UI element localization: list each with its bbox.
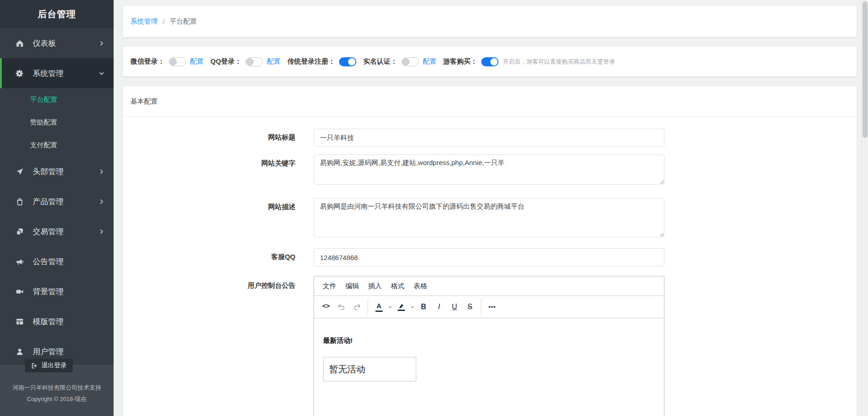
video-icon <box>15 287 24 296</box>
legacy-register-group: 传统登录注册： <box>287 57 356 66</box>
qq-config-link[interactable]: 配置 <box>267 57 280 66</box>
form-row-console-announcement: 用户控制台公告 文件 编辑 插入 格式 表格 <> <box>123 276 857 416</box>
logout-button[interactable]: 退出登录 <box>25 359 73 372</box>
sidebar-item-label: 产品管理 <box>33 196 64 207</box>
strikethrough-icon[interactable]: S <box>462 299 478 315</box>
toolbar-divider <box>368 299 368 315</box>
wechat-login-toggle[interactable] <box>169 57 186 66</box>
realname-auth-toggle[interactable] <box>401 57 419 66</box>
site-keywords-label: 网站关键字 <box>123 155 295 186</box>
qq-login-toggle[interactable] <box>245 57 263 66</box>
sidebar: 后台管理 仪表板 系统管理 平台配置 赞助配置 支付配置 头部管理 <box>0 0 114 416</box>
breadcrumb-link-system[interactable]: 系统管理 <box>130 17 158 26</box>
basic-config-card: 基本配置 网站标题 网站关键字 易购网,安妮,源码网,易支付,建站,wordpr… <box>123 86 857 416</box>
editor-menu-file[interactable]: 文件 <box>318 280 341 293</box>
shopping-bag-icon <box>15 197 24 206</box>
editor-menubar: 文件 编辑 插入 格式 表格 <box>314 276 664 296</box>
sidebar-item-label: 仪表板 <box>33 38 56 49</box>
legacy-register-label: 传统登录注册： <box>287 57 335 66</box>
site-description-textarea[interactable]: 易购网是由河南一只羊科技有限公司旗下的源码出售交易的商城平台 <box>314 198 664 237</box>
realname-auth-label: 实名认证： <box>363 57 397 66</box>
sidebar-item-label: 公告管理 <box>33 256 64 267</box>
megaphone-icon <box>15 257 24 266</box>
layout-icon <box>15 317 24 326</box>
sidebar-item-label: 用户管理 <box>33 346 64 357</box>
app-title: 后台管理 <box>0 0 114 28</box>
page-scrollbar-thumb[interactable] <box>863 1 868 138</box>
editor-menu-format[interactable]: 格式 <box>386 280 409 293</box>
announcement-box: 暂无活动 <box>323 357 416 381</box>
realname-auth-group: 实名认证： 配置 <box>363 57 436 66</box>
underline-icon[interactable]: U <box>447 299 462 315</box>
richtext-editor: 文件 编辑 插入 格式 表格 <> <box>314 276 664 416</box>
sidebar-item-header-manage[interactable]: 头部管理 <box>0 156 114 186</box>
form-row-site-title: 网站标题 <box>123 129 857 147</box>
sidebar-item-label: 模版管理 <box>33 316 64 327</box>
editor-content-area[interactable]: 最新活动! 暂无活动 <box>314 318 664 381</box>
toggle-knob <box>246 58 254 65</box>
breadcrumb-separator: / <box>163 18 165 25</box>
card-title: 基本配置 <box>123 86 857 117</box>
sidebar-item-dashboard[interactable]: 仪表板 <box>0 28 114 58</box>
text-color-icon[interactable]: A <box>371 299 387 315</box>
guest-buy-group: 游客购买： 开启后，游客可以直接购买商品而无需登录 <box>443 57 615 66</box>
site-title-input[interactable] <box>314 129 664 147</box>
wechat-config-link[interactable]: 配置 <box>190 57 204 66</box>
more-icon[interactable]: ••• <box>484 299 500 315</box>
logout-label: 退出登录 <box>41 361 67 370</box>
sidebar-item-template-manage[interactable]: 模版管理 <box>0 306 114 336</box>
legacy-register-toggle[interactable] <box>339 57 356 66</box>
qq-login-group: QQ登录： 配置 <box>210 57 280 66</box>
site-description-label: 网站描述 <box>123 198 295 239</box>
wechat-login-group: 微信登录： 配置 <box>130 57 204 66</box>
highlight-color-icon[interactable] <box>394 299 409 315</box>
italic-icon[interactable]: I <box>431 299 447 315</box>
bold-icon[interactable]: B <box>416 299 431 315</box>
guest-buy-hint: 开启后，游客可以直接购买商品而无需登录 <box>503 58 615 66</box>
toggle-knob <box>490 58 498 65</box>
sidebar-item-announce-manage[interactable]: 公告管理 <box>0 246 114 276</box>
service-qq-input[interactable] <box>314 248 664 266</box>
chevron-right-icon <box>99 229 105 235</box>
qq-login-label: QQ登录： <box>210 57 241 66</box>
editor-menu-insert[interactable]: 插入 <box>364 280 386 293</box>
editor-menu-table[interactable]: 表格 <box>409 280 432 293</box>
form-row-service-qq: 客服QQ <box>123 248 857 266</box>
service-qq-label: 客服QQ <box>123 248 295 266</box>
sidebar-item-label: 头部管理 <box>33 166 64 177</box>
sidebar-item-label: 交易管理 <box>33 226 64 237</box>
editor-menu-edit[interactable]: 编辑 <box>341 280 364 293</box>
announcement-heading: 最新活动! <box>323 336 655 345</box>
form-row-site-keywords: 网站关键字 易购网,安妮,源码网,易支付,建站,wordpress,php,An… <box>123 155 857 186</box>
sidebar-item-label: 背景管理 <box>33 286 64 297</box>
source-code-icon[interactable]: <> <box>318 299 334 315</box>
sidebar-copyright: 河南一只羊科技有限公司技术支持 Copyright © 2018-现在 <box>0 382 114 405</box>
site-title-label: 网站标题 <box>123 129 295 147</box>
logout-icon <box>31 362 38 369</box>
sidebar-item-product-manage[interactable]: 产品管理 <box>0 186 114 216</box>
guest-buy-toggle[interactable] <box>481 57 499 66</box>
sidebar-footer: 退出登录 河南一只羊科技有限公司技术支持 Copyright © 2018-现在 <box>0 365 114 416</box>
sidebar-subitem-payment-config[interactable]: 支付配置 <box>0 134 114 156</box>
text-color-caret-icon[interactable] <box>387 299 394 315</box>
breadcrumb: 系统管理 / 平台配置 <box>123 6 857 37</box>
undo-icon[interactable] <box>334 299 349 315</box>
guest-buy-label: 游客购买： <box>443 57 477 66</box>
sidebar-subitem-platform-config[interactable]: 平台配置 <box>0 88 114 111</box>
sidebar-subitem-sponsor-config[interactable]: 赞助配置 <box>0 111 114 134</box>
sidebar-item-trade-manage[interactable]: 交易管理 <box>0 216 114 246</box>
chevron-right-icon <box>99 169 105 175</box>
highlight-color-caret-icon[interactable] <box>409 299 416 315</box>
sidebar-item-background-manage[interactable]: 背景管理 <box>0 276 114 306</box>
home-icon <box>15 39 24 48</box>
page-scrollbar-track[interactable] <box>861 0 868 416</box>
copyright-line1: 河南一只羊科技有限公司技术支持 <box>0 382 114 393</box>
site-keywords-textarea[interactable]: 易购网,安妮,源码网,易支付,建站,wordpress,php,Annie,一只… <box>314 155 664 185</box>
sidebar-item-system[interactable]: 系统管理 <box>0 58 114 88</box>
copyright-line2: Copyright © 2018-现在 <box>0 393 114 405</box>
copy-icon <box>15 227 24 236</box>
toggle-knob <box>348 58 355 65</box>
redo-icon[interactable] <box>349 299 364 315</box>
login-settings-bar: 微信登录： 配置 QQ登录： 配置 传统登录注册： 实名认证： 配置 游客购买：… <box>123 47 857 76</box>
realname-config-link[interactable]: 配置 <box>423 57 436 66</box>
